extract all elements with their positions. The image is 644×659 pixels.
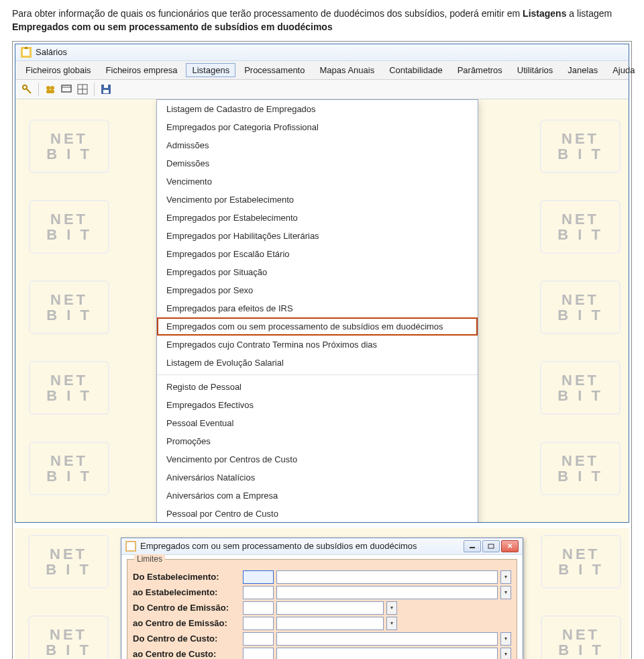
input-do-emissao-name[interactable] bbox=[276, 601, 384, 615]
dropdown-do-estab[interactable]: ▾ bbox=[500, 570, 511, 584]
dropdown-item[interactable]: Empregados por Sexo bbox=[157, 281, 478, 299]
dropdown-do-emissao[interactable]: ▾ bbox=[386, 601, 397, 615]
input-ao-emissao-name[interactable] bbox=[276, 617, 384, 630]
dropdown-item[interactable]: Aniversários com a Empresa bbox=[157, 487, 478, 505]
svg-rect-15 bbox=[104, 85, 108, 88]
dropdown-do-custo[interactable]: ▾ bbox=[500, 632, 511, 646]
dropdown-item[interactable]: Pessoal por Centro de Custo bbox=[157, 505, 478, 522]
input-ao-emissao-code[interactable] bbox=[243, 617, 274, 630]
grid-icon[interactable] bbox=[76, 83, 89, 95]
svg-rect-2 bbox=[25, 47, 28, 49]
dropdown-item[interactable]: Demissões bbox=[157, 154, 478, 172]
dropdown-item[interactable]: Registo de Pessoal bbox=[157, 378, 478, 396]
menu-item-ficheiros-empresa[interactable]: Ficheiros empresa bbox=[100, 63, 184, 77]
dropdown-item[interactable]: Empregados cujo Contrato Termina nos Pró… bbox=[157, 336, 478, 354]
input-do-estab-name[interactable] bbox=[276, 570, 498, 584]
svg-rect-7 bbox=[46, 90, 54, 93]
listagens-dropdown: Listagem de Cadastro de EmpregadosEmpreg… bbox=[156, 99, 478, 522]
menu-item-janelas[interactable]: Janelas bbox=[561, 63, 604, 77]
limites-group: Limites Do Estabelecimento: ▾ ao Estabel… bbox=[127, 559, 517, 659]
app-window: Salários Ficheiros globaisFicheiros empr… bbox=[15, 44, 629, 523]
dropdown-item[interactable]: Vencimento bbox=[157, 172, 478, 191]
dropdown-item[interactable]: Admissões bbox=[157, 136, 478, 154]
dropdown-item[interactable]: Vencimento por Centros de Custo bbox=[157, 450, 478, 468]
close-button[interactable]: ✕ bbox=[501, 540, 519, 552]
menu-item-utilitários[interactable]: Utilitários bbox=[511, 63, 559, 77]
svg-rect-17 bbox=[127, 542, 135, 550]
minimize-button[interactable] bbox=[464, 540, 481, 552]
input-do-custo-name[interactable] bbox=[276, 632, 498, 646]
screenshot-frame: Salários Ficheiros globaisFicheiros empr… bbox=[12, 41, 632, 659]
lbl-do-estab: Do Estabelecimento: bbox=[133, 572, 240, 582]
dropdown-item[interactable]: Empregados por Categoria Profissional bbox=[157, 118, 478, 136]
dialog-title: Empregados com ou sem processamento de s… bbox=[140, 541, 460, 551]
svg-rect-1 bbox=[23, 49, 30, 56]
dropdown-item[interactable]: Pessoal Eventual bbox=[157, 414, 478, 432]
key-icon[interactable] bbox=[21, 83, 33, 95]
svg-rect-19 bbox=[488, 544, 494, 548]
group-icon[interactable] bbox=[44, 83, 56, 95]
input-ao-estab-code[interactable] bbox=[243, 586, 274, 599]
dropdown-item[interactable]: Empregados Efectivos bbox=[157, 396, 478, 414]
input-ao-custo-name[interactable] bbox=[276, 648, 498, 659]
dropdown-ao-emissao[interactable]: ▾ bbox=[386, 617, 397, 630]
menu-item-ajuda[interactable]: Ajuda bbox=[606, 63, 641, 77]
input-do-custo-code[interactable] bbox=[243, 632, 274, 646]
app-icon bbox=[21, 47, 32, 58]
dropdown-item[interactable]: Vencimento por Estabelecimento bbox=[157, 191, 478, 209]
dropdown-item[interactable]: Listagem de Cadastro de Empregados bbox=[157, 100, 478, 118]
menu-item-parâmetros[interactable]: Parâmetros bbox=[451, 63, 508, 77]
dropdown-ao-estab[interactable]: ▾ bbox=[500, 586, 511, 599]
dropdown-item[interactable]: Empregados por Escalão Etário bbox=[157, 245, 478, 263]
dropdown-item[interactable]: Aniversários Natalícios bbox=[157, 468, 478, 487]
group-title: Limites bbox=[134, 554, 165, 564]
input-ao-custo-code[interactable] bbox=[243, 648, 274, 659]
input-do-emissao-code[interactable] bbox=[243, 601, 274, 615]
dropdown-item[interactable]: Empregados por Situação bbox=[157, 263, 478, 281]
lbl-ao-custo: ao Centro de Custo: bbox=[133, 649, 240, 659]
svg-rect-14 bbox=[103, 90, 109, 93]
svg-point-5 bbox=[46, 86, 50, 90]
dialog-window: Empregados com ou sem processamento de s… bbox=[121, 538, 523, 659]
dropdown-item[interactable]: Empregados com ou sem processamento de s… bbox=[157, 317, 478, 336]
screen-icon[interactable] bbox=[60, 83, 72, 95]
svg-rect-8 bbox=[62, 85, 71, 92]
input-ao-estab-name[interactable] bbox=[276, 586, 498, 599]
lbl-ao-emissao: ao Centro de Emissão: bbox=[133, 618, 240, 628]
dropdown-item[interactable]: Empregados por Habilitações Literárias bbox=[157, 227, 478, 245]
menu-item-ficheiros-globais[interactable]: Ficheiros globais bbox=[19, 63, 97, 77]
toolbar bbox=[15, 80, 629, 99]
dialog-area: NETB I T NETB I T NETB I T NETB I T Empr… bbox=[15, 528, 629, 659]
dropdown-item[interactable]: Empregados por Estabelecimento bbox=[157, 209, 478, 227]
menu-item-listagens[interactable]: Listagens bbox=[186, 63, 235, 77]
menu-item-contabilidade[interactable]: Contabilidade bbox=[383, 63, 449, 77]
dialog-title-bar: Empregados com ou sem processamento de s… bbox=[121, 538, 523, 555]
dropdown-ao-custo[interactable]: ▾ bbox=[500, 648, 511, 659]
dropdown-item[interactable]: Listagem de Evolução Salarial bbox=[157, 354, 478, 372]
menu-item-processamento[interactable]: Processamento bbox=[238, 63, 311, 77]
disk-icon[interactable] bbox=[100, 83, 112, 95]
input-do-estab-code[interactable] bbox=[243, 570, 274, 584]
menu-bar: Ficheiros globaisFicheiros empresaListag… bbox=[15, 61, 629, 80]
dropdown-item[interactable]: Empregados para efeitos de IRS bbox=[157, 299, 478, 317]
menu-item-mapas-anuais[interactable]: Mapas Anuais bbox=[313, 63, 380, 77]
client-area: NETB I T NETB I T NETB I T NETB I T NETB… bbox=[15, 99, 629, 522]
lbl-ao-estab: ao Estabelecimento: bbox=[133, 587, 240, 597]
lbl-do-emissao: Do Centro de Emissão: bbox=[133, 603, 240, 613]
lbl-do-custo: Do Centro de Custo: bbox=[133, 633, 240, 644]
dropdown-item[interactable]: Promoções bbox=[157, 432, 478, 450]
dialog-icon bbox=[125, 541, 136, 552]
app-title: Salários bbox=[36, 47, 67, 57]
title-bar: Salários bbox=[15, 44, 629, 61]
svg-line-4 bbox=[26, 89, 31, 93]
svg-point-6 bbox=[50, 86, 54, 90]
maximize-button[interactable] bbox=[482, 540, 500, 552]
intro-text: Para obter informação de quais os funcio… bbox=[12, 7, 632, 34]
dropdown-separator bbox=[157, 374, 478, 375]
